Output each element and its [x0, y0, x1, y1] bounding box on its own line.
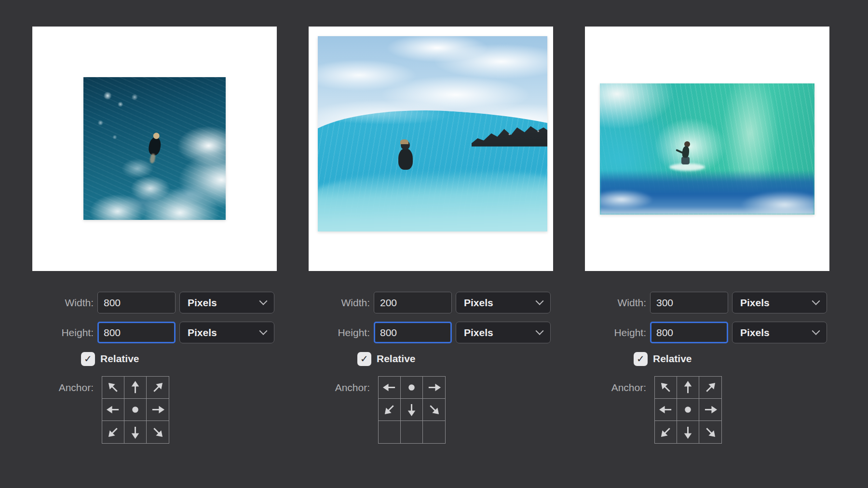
chevron-down-icon [259, 326, 268, 335]
anchor-cell-se[interactable] [147, 421, 169, 443]
surfer-legs [681, 157, 690, 164]
controls-2: Width: Pixels Height: Pixels ✓ Relative … [309, 292, 553, 444]
anchor-row: Anchor: [32, 376, 277, 444]
anchor-grid [102, 376, 169, 444]
anchor-cell-n[interactable] [677, 377, 699, 399]
relative-checkbox[interactable]: ✓ [357, 352, 371, 366]
check-icon: ✓ [84, 354, 92, 364]
anchor-cell-empty[interactable] [423, 421, 445, 443]
width-unit-value: Pixels [464, 297, 493, 309]
chevron-down-icon [812, 297, 820, 305]
height-label: Height: [585, 327, 646, 339]
canvas-size-demo-page: { "colors": { "page_background": "#35353… [0, 0, 868, 488]
width-label: Width: [32, 297, 94, 309]
height-input[interactable] [374, 322, 452, 343]
anchor-cell-ne[interactable] [699, 377, 721, 399]
height-unit-value: Pixels [740, 327, 770, 339]
anchor-cell-nw[interactable] [102, 377, 124, 399]
anchor-cell-s[interactable] [124, 421, 147, 443]
width-unit-value: Pixels [188, 297, 217, 309]
height-unit-value: Pixels [188, 327, 217, 339]
width-unit-dropdown[interactable]: Pixels [732, 292, 827, 313]
anchor-row: Anchor: [585, 376, 829, 444]
swimmer-figure [398, 149, 413, 170]
anchor-cell-se[interactable] [423, 399, 445, 421]
anchor-cell-e[interactable] [147, 399, 169, 421]
foreground-wave [600, 170, 814, 215]
height-unit-dropdown[interactable]: Pixels [732, 322, 827, 343]
controls-3: Width: Pixels Height: Pixels ✓ Relative … [585, 292, 829, 444]
surfer-figure [677, 141, 694, 171]
anchor-cell-dot[interactable] [401, 377, 423, 399]
width-unit-dropdown[interactable]: Pixels [179, 292, 274, 313]
surfer-figure [148, 136, 162, 157]
anchor-cell-sw[interactable] [102, 421, 124, 443]
relative-label: Relative [377, 353, 416, 365]
width-input[interactable] [97, 292, 176, 313]
chevron-down-icon [536, 326, 544, 335]
anchor-cell-ne[interactable] [147, 377, 169, 399]
anchor-cell-w[interactable] [379, 377, 401, 399]
anchor-cell-dot[interactable] [124, 399, 147, 421]
controls-1: Width: Pixels Height: Pixels ✓ Relative … [32, 292, 277, 444]
relative-row: ✓ Relative [81, 352, 277, 366]
height-row: Height: Pixels [585, 322, 829, 343]
height-input[interactable] [650, 322, 728, 343]
canvas-size-panel-2: Width: Pixels Height: Pixels ✓ Relative … [309, 27, 553, 444]
anchor-label: Anchor: [32, 376, 94, 399]
width-unit-dropdown[interactable]: Pixels [456, 292, 551, 313]
anchor-cell-w[interactable] [102, 399, 124, 421]
relative-label: Relative [653, 353, 692, 365]
image-canvas-2 [309, 27, 553, 271]
anchor-cell-nw[interactable] [655, 377, 677, 399]
image-canvas-3 [585, 27, 829, 271]
relative-row: ✓ Relative [357, 352, 553, 366]
height-unit-value: Pixels [464, 327, 493, 339]
width-row: Width: Pixels [309, 292, 553, 313]
height-row: Height: Pixels [309, 322, 553, 343]
anchor-cell-e[interactable] [699, 399, 721, 421]
width-input[interactable] [650, 292, 728, 313]
canvas-size-panel-1: Width: Pixels Height: Pixels ✓ Relative … [32, 27, 277, 444]
height-label: Height: [32, 327, 94, 339]
relative-row: ✓ Relative [634, 352, 829, 366]
height-unit-dropdown[interactable]: Pixels [179, 322, 274, 343]
anchor-cell-empty[interactable] [379, 421, 401, 443]
board-foam [669, 163, 705, 171]
check-icon: ✓ [637, 354, 645, 364]
anchor-label: Anchor: [309, 376, 370, 399]
surfer-arm [676, 149, 686, 155]
relative-checkbox[interactable]: ✓ [634, 352, 648, 366]
anchor-grid [654, 376, 722, 444]
anchor-grid [378, 376, 446, 444]
height-label: Height: [309, 327, 370, 339]
photo-swimmer-in-swell [318, 36, 547, 231]
width-label: Width: [309, 297, 370, 309]
anchor-cell-e[interactable] [423, 377, 445, 399]
relative-label: Relative [100, 353, 139, 365]
photo-aerial-surfer [83, 77, 226, 220]
anchor-cell-n[interactable] [124, 377, 147, 399]
height-input[interactable] [97, 322, 176, 343]
chevron-down-icon [259, 297, 268, 305]
anchor-cell-s[interactable] [677, 421, 699, 443]
chevron-down-icon [536, 297, 544, 305]
width-unit-value: Pixels [740, 297, 770, 309]
anchor-cell-w[interactable] [655, 399, 677, 421]
photo-barrel-wave-surfer [600, 83, 814, 215]
image-canvas-1 [32, 27, 277, 271]
anchor-cell-se[interactable] [699, 421, 721, 443]
check-icon: ✓ [360, 354, 368, 364]
height-unit-dropdown[interactable]: Pixels [456, 322, 551, 343]
width-input[interactable] [374, 292, 452, 313]
anchor-row: Anchor: [309, 376, 553, 444]
relative-checkbox[interactable]: ✓ [81, 352, 95, 366]
anchor-cell-sw[interactable] [379, 399, 401, 421]
anchor-cell-s[interactable] [401, 399, 423, 421]
anchor-cell-empty[interactable] [401, 421, 423, 443]
width-row: Width: Pixels [585, 292, 829, 313]
anchor-label: Anchor: [585, 376, 646, 399]
height-row: Height: Pixels [32, 322, 277, 343]
anchor-cell-dot[interactable] [677, 399, 699, 421]
anchor-cell-sw[interactable] [655, 421, 677, 443]
